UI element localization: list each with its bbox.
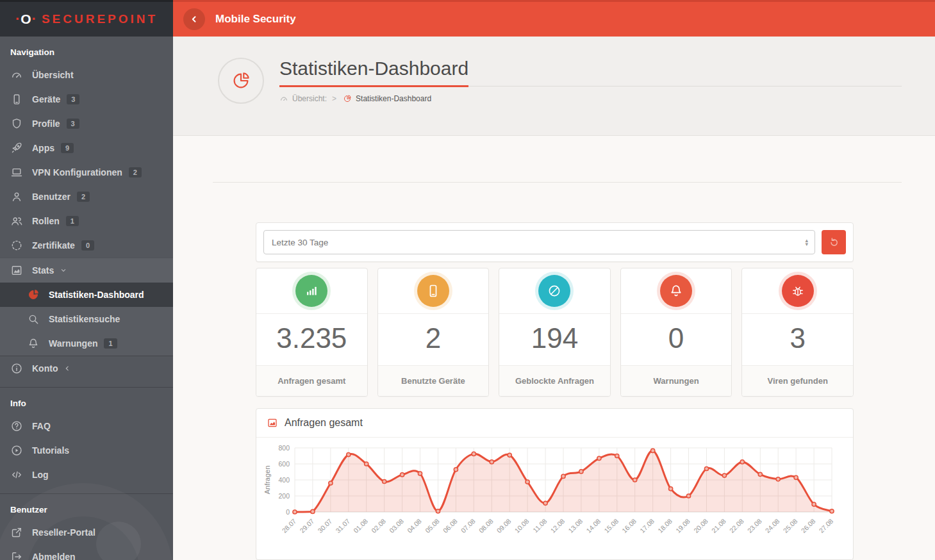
top-header: Mobile Security: [173, 0, 935, 37]
nav-section-info: InfoFAQTutorialsLog: [0, 387, 173, 487]
sidebar-item-konto[interactable]: Konto: [0, 356, 173, 381]
svg-text:13.08: 13.08: [567, 517, 584, 534]
svg-text:30.07: 30.07: [316, 517, 333, 534]
certificate-icon: [10, 239, 23, 252]
sidebar-item-label: Statistiken-Dashboard: [49, 290, 144, 300]
breadcrumb: Übersicht: > Statistiken-Dashboard: [279, 94, 902, 103]
svg-text:24.08: 24.08: [764, 517, 781, 534]
breadcrumb-home-link[interactable]: Übersicht:: [292, 94, 327, 103]
stat-icon-circle: [660, 275, 692, 307]
sidebar-item-gerate[interactable]: Geräte3: [0, 87, 173, 111]
svg-text:12.08: 12.08: [549, 517, 566, 534]
sidebar-item-apps[interactable]: Apps9: [0, 136, 173, 160]
svg-text:11.08: 11.08: [531, 517, 549, 534]
svg-text:22.08: 22.08: [728, 517, 745, 534]
svg-text:14.08: 14.08: [584, 517, 602, 534]
svg-text:27.08: 27.08: [817, 517, 834, 534]
logo-dot: ·: [32, 11, 37, 28]
sidebar-item-stats[interactable]: Stats: [0, 258, 173, 283]
svg-text:26.08: 26.08: [799, 517, 816, 534]
svg-text:Anfragen: Anfragen: [263, 466, 271, 495]
chevron-left-icon: [188, 13, 200, 25]
sidebar-item-log[interactable]: Log: [0, 463, 173, 487]
gauge-icon: [279, 94, 288, 103]
block-icon: [547, 283, 562, 299]
play-icon: [10, 444, 23, 457]
sidebar-item-reseller-portal[interactable]: Reseller-Portal: [0, 520, 173, 545]
back-button[interactable]: [183, 8, 205, 30]
svg-text:08.08: 08.08: [477, 517, 495, 534]
chevron-down-icon: [59, 266, 68, 275]
stat-icon-circle: [417, 275, 449, 307]
svg-text:03.08: 03.08: [388, 517, 405, 534]
sidebar-item-warnungen[interactable]: Warnungen1: [0, 331, 173, 356]
count-badge: 2: [129, 167, 142, 177]
sidebar-item-benutzer[interactable]: Benutzer2: [0, 185, 173, 209]
content-divider: [213, 182, 902, 183]
title-rule: [468, 86, 902, 86]
nav-section-benutzer: BenutzerReseller-PortalAbmelden: [0, 493, 173, 560]
stat-value: 194: [499, 313, 610, 365]
stat-card-viren-gefunden: 3Viren gefunden: [741, 268, 854, 397]
svg-text:17.08: 17.08: [638, 517, 656, 534]
sidebar-item-statistikensuche[interactable]: Statistikensuche: [0, 307, 173, 331]
nav-section-header: Info: [0, 388, 173, 414]
breadcrumb-separator: >: [332, 94, 336, 103]
sidebar-item-statistiken-dashboard[interactable]: Statistiken-Dashboard: [0, 283, 173, 307]
svg-text:07.08: 07.08: [459, 517, 477, 534]
sidebar-item-label: Log: [32, 470, 49, 480]
sidebar-item-label: Benutzer: [32, 192, 70, 202]
laptop-icon: [10, 166, 23, 179]
date-range-select[interactable]: Letzte 30 Tage ▴▾: [263, 230, 815, 254]
logout-icon: [10, 550, 23, 560]
svg-text:19.08: 19.08: [674, 517, 691, 534]
sidebar-item-label: Warnungen: [49, 338, 97, 349]
stat-value: 3.235: [256, 313, 367, 365]
sidebar-item-vpn-konfigurationen[interactable]: VPN Konfigurationen2: [0, 160, 173, 185]
sidebar-item-tutorials[interactable]: Tutorials: [0, 438, 173, 463]
refresh-button[interactable]: [822, 230, 846, 254]
svg-text:28.07: 28.07: [280, 517, 297, 534]
stat-card-geblockte-anfragen: 194Geblockte Anfragen: [499, 268, 611, 397]
svg-text:09.08: 09.08: [495, 517, 513, 534]
chart-header: Anfragen gesamt: [256, 409, 853, 438]
svg-text:18.08: 18.08: [656, 517, 674, 534]
external-link-icon: [10, 526, 23, 539]
sidebar-item-zertifikate[interactable]: Zertifikate0: [0, 233, 173, 258]
content-area: Letzte 30 Tage ▴▾ 3.235Anfragen gesamt2B…: [173, 136, 935, 560]
app-window: · O · SECUREPOINT NavigationÜbersichtGer…: [0, 0, 935, 560]
stat-card-benutzte-gerate: 2Benutzte Geräte: [377, 268, 490, 397]
count-badge: 3: [67, 119, 79, 129]
count-badge: 0: [81, 240, 94, 251]
stat-label: Geblockte Anfragen: [499, 365, 610, 396]
stat-icon-circle: [295, 275, 327, 307]
sidebar-item-profile[interactable]: Profile3: [0, 111, 173, 136]
sidebar-item-label: FAQ: [32, 421, 51, 431]
sidebar-item-abmelden[interactable]: Abmelden: [0, 545, 173, 560]
stat-value: 3: [742, 313, 853, 365]
count-badge: 1: [66, 216, 79, 226]
sidebar-item-label: Profile: [32, 119, 60, 129]
stat-value: 2: [378, 313, 489, 365]
stat-label: Benutzte Geräte: [378, 365, 489, 396]
svg-text:31.07: 31.07: [334, 517, 351, 534]
stat-icon-area: [742, 268, 853, 313]
sidebar-item-faq[interactable]: FAQ: [0, 414, 173, 438]
smartphone-icon: [426, 283, 441, 299]
filter-panel: Letzte 30 Tage ▴▾: [256, 222, 854, 262]
svg-text:15.08: 15.08: [602, 517, 620, 534]
pie-chart-icon: [231, 70, 251, 91]
sidebar-item-rollen[interactable]: Rollen1: [0, 209, 173, 233]
svg-text:25.08: 25.08: [781, 517, 798, 534]
date-range-value: Letzte 30 Tage: [272, 238, 328, 247]
rocket-icon: [10, 142, 23, 154]
stats-row: 3.235Anfragen gesamt2Benutzte Geräte194G…: [256, 268, 854, 397]
count-badge: 2: [77, 192, 90, 202]
logo-o: O: [21, 12, 31, 27]
svg-text:06.08: 06.08: [442, 517, 459, 534]
requests-chart: 020040060080028.0729.0730.0731.0701.0802…: [256, 438, 853, 559]
sidebar-item-label: Abmelden: [32, 552, 76, 560]
sidebar-item-ubersicht[interactable]: Übersicht: [0, 63, 173, 87]
sidebar-nav: NavigationÜbersichtGeräte3Profile3Apps9V…: [0, 37, 173, 560]
page-avatar: [218, 58, 264, 104]
